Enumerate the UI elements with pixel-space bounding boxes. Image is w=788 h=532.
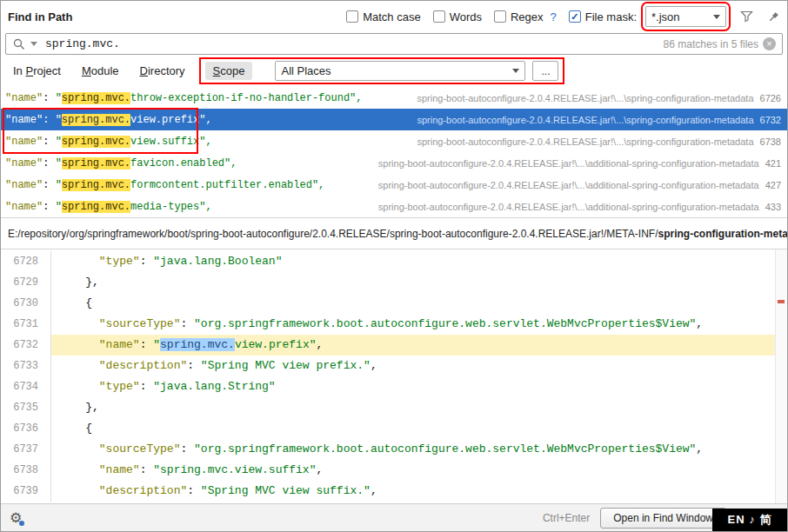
scrollbar[interactable] [775, 249, 787, 503]
result-location: spring-boot-autoconfigure-2.0.4.RELEASE.… [417, 136, 781, 147]
code-line: 6733 "description": "Spring MVC view pre… [1, 356, 787, 376]
line-number: 6731 [1, 314, 51, 335]
search-options: Match case Words Regex ? ✓ File mask: *.… [334, 6, 780, 27]
code-text: "sourceType": "org.springframework.boot.… [51, 314, 787, 335]
code-line: 6734 "type": "java.lang.String" [1, 376, 787, 397]
match-case-checkbox[interactable] [346, 10, 358, 23]
result-text: "name": "spring.mvc.view.prefix", [5, 114, 212, 126]
scope-tab-module[interactable]: Module [82, 64, 119, 77]
words-label: Words [450, 10, 482, 23]
result-row[interactable]: "name": "spring.mvc.view.prefix",spring-… [1, 109, 787, 130]
code-line: 6738 "name": "spring.mvc.view.suffix", [1, 460, 787, 481]
result-row[interactable]: "name": "spring.mvc.media-types",spring-… [1, 196, 787, 217]
regex-checkbox[interactable] [494, 10, 506, 23]
result-location: spring-boot-autoconfigure-2.0.4.RELEASE.… [378, 158, 781, 169]
search-input[interactable]: spring.mvc. [45, 37, 120, 50]
code-text: }, [51, 397, 787, 418]
code-line: 6730 { [1, 293, 787, 314]
code-line: 6736 { [1, 418, 787, 439]
scope-combo[interactable]: All Places [275, 61, 525, 81]
code-line: 6737 "sourceType": "org.springframework.… [1, 439, 787, 460]
regex-help-link[interactable]: ? [551, 10, 557, 23]
search-icon [12, 37, 26, 51]
result-text: "name": "spring.mvc.throw-exception-if-n… [5, 92, 363, 104]
code-text: { [51, 293, 787, 314]
code-line: 6732 "name": "spring.mvc.view.prefix", [1, 335, 787, 356]
scope-value: All Places [281, 64, 331, 77]
dialog-title: Find in Path [8, 10, 72, 23]
file-mask-label: File mask: [585, 10, 637, 23]
footer: ⚙ Ctrl+Enter Open in Find Window EN ♪ 简 [1, 503, 787, 531]
open-in-find-window-button[interactable]: Open in Find Window [600, 508, 726, 529]
error-stripe-mark [778, 300, 785, 303]
line-number: 6732 [1, 335, 51, 356]
clear-search-icon[interactable]: × [763, 37, 776, 50]
chevron-down-icon [512, 69, 519, 73]
scope-tabs: In ProjectModuleDirectory [8, 64, 185, 77]
chevron-down-icon [713, 15, 720, 19]
breadcrumb-file: spring-configuration-metadata [658, 228, 787, 240]
code-line: 6735 }, [1, 397, 787, 418]
code-line: 6731 "sourceType": "org.springframework.… [1, 314, 787, 335]
result-text: "name": "spring.mvc.formcontent.putfilte… [5, 179, 324, 191]
line-number: 6730 [1, 293, 51, 314]
code-text: "description": "Spring MVC view suffix."… [51, 481, 787, 502]
scope-bar: In ProjectModuleDirectory Scope All Plac… [1, 57, 787, 85]
scope-tab-project[interactable]: In Project [13, 64, 61, 77]
result-location: spring-boot-autoconfigure-2.0.4.RELEASE.… [378, 202, 781, 212]
line-number: 6739 [1, 481, 51, 502]
words-checkbox[interactable] [433, 10, 445, 23]
search-history-chevron-icon[interactable] [30, 42, 37, 46]
code-text: { [51, 418, 787, 439]
search-field[interactable]: spring.mvc. 86 matches in 5 files × [5, 33, 783, 55]
pin-icon[interactable] [767, 10, 780, 23]
file-mask-combo[interactable]: *.json [645, 6, 726, 27]
line-number: 6738 [1, 460, 51, 481]
result-text: "name": "spring.mvc.media-types", [5, 201, 212, 213]
result-row[interactable]: "name": "spring.mvc.formcontent.putfilte… [1, 174, 787, 196]
result-row[interactable]: "name": "spring.mvc.favicon.enabled",spr… [1, 152, 787, 174]
code-text: "name": "spring.mvc.view.suffix", [51, 460, 787, 481]
result-location: spring-boot-autoconfigure-2.0.4.RELEASE.… [417, 93, 781, 103]
ime-indicator: EN ♪ 简 [712, 509, 787, 531]
result-row[interactable]: "name": "spring.mvc.view.suffix",spring-… [1, 130, 787, 152]
dialog-header: Find in Path Match case Words Regex ? ✓ … [1, 1, 787, 32]
line-number: 6729 [1, 272, 51, 293]
match-case-option[interactable]: Match case [346, 10, 420, 23]
line-number: 6737 [1, 439, 51, 460]
code-line: 6729 }, [1, 272, 787, 293]
code-text: "type": "java.lang.Boolean" [51, 251, 787, 272]
breadcrumb[interactable]: E:/repository/org/springframework/boot/s… [1, 218, 787, 249]
code-text: "type": "java.lang.String" [51, 376, 787, 397]
result-location: spring-boot-autoconfigure-2.0.4.RELEASE.… [417, 115, 781, 125]
results-list: "name": "spring.mvc.throw-exception-if-n… [1, 85, 787, 218]
code-lines: 6728 "type": "java.lang.Boolean"6729 },6… [1, 249, 787, 502]
search-bar: spring.mvc. 86 matches in 5 files × [1, 32, 787, 57]
line-number: 6734 [1, 376, 51, 397]
code-line: 6739 "description": "Spring MVC view suf… [1, 481, 787, 502]
result-text: "name": "spring.mvc.view.suffix", [5, 136, 212, 148]
code-line: 6728 "type": "java.lang.Boolean" [1, 251, 787, 272]
file-mask-option[interactable]: ✓ File mask: [569, 10, 637, 23]
scope-tab-directory[interactable]: Directory [140, 64, 185, 77]
match-case-label: Match case [363, 10, 420, 23]
gear-badge [19, 521, 24, 526]
filter-icon[interactable] [740, 10, 753, 23]
code-preview[interactable]: 6728 "type": "java.lang.Boolean"6729 },6… [1, 249, 787, 503]
breadcrumb-path: E:/repository/org/springframework/boot/s… [8, 228, 658, 240]
regex-label: Regex [511, 10, 544, 23]
code-text: }, [51, 272, 787, 293]
words-option[interactable]: Words [433, 10, 482, 23]
match-count: 86 matches in 5 files [664, 38, 758, 50]
scope-more-button[interactable]: ... [532, 61, 558, 81]
gear-icon[interactable]: ⚙ [10, 511, 22, 525]
scope-tab-scope[interactable]: Scope [205, 62, 253, 80]
regex-option[interactable]: Regex ? [494, 10, 557, 23]
result-row[interactable]: "name": "spring.mvc.throw-exception-if-n… [1, 87, 787, 109]
result-location: spring-boot-autoconfigure-2.0.4.RELEASE.… [378, 180, 781, 190]
line-number: 6733 [1, 356, 51, 376]
find-in-path-dialog: Find in Path Match case Words Regex ? ✓ … [0, 0, 788, 532]
file-mask-checkbox[interactable]: ✓ [569, 10, 581, 23]
line-number: 6735 [1, 397, 51, 418]
result-text: "name": "spring.mvc.favicon.enabled", [5, 157, 237, 170]
